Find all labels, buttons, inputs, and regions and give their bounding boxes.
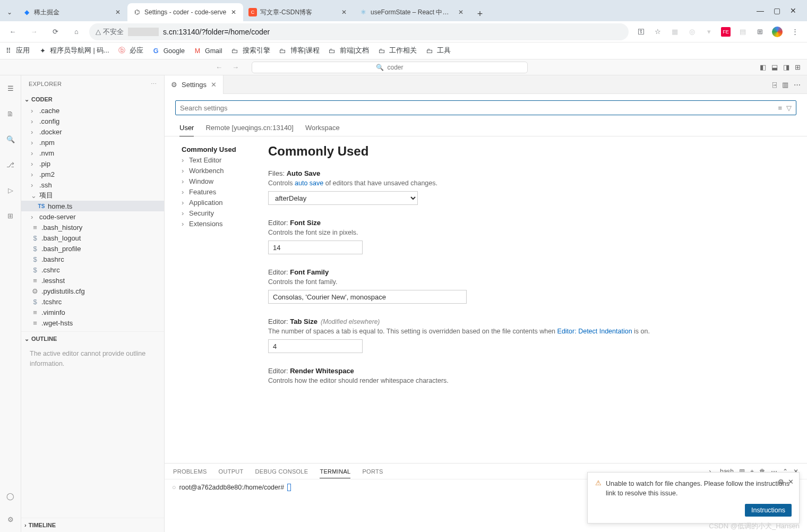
- tree-item[interactable]: ≡.bash_history: [21, 222, 164, 233]
- editor-tab-settings[interactable]: ⚙ Settings ✕: [165, 75, 224, 94]
- tree-item[interactable]: $.tcshrc: [21, 296, 164, 307]
- bookmark-folder-8[interactable]: 🗀工作相关: [377, 46, 417, 55]
- settings-search-input[interactable]: [180, 104, 778, 112]
- bookmark-google[interactable]: GGoogle: [152, 47, 185, 55]
- nav-forward-icon[interactable]: →: [229, 62, 242, 72]
- browser-tab-2[interactable]: C 写文章-CSDN博客 ✕: [243, 3, 354, 21]
- clear-search-icon[interactable]: ≡: [778, 104, 782, 112]
- toc-item[interactable]: ›Security: [182, 208, 253, 218]
- home-button[interactable]: ⌂: [68, 23, 85, 40]
- settings-search-box[interactable]: ≡ ▽: [175, 100, 796, 115]
- back-button[interactable]: ←: [4, 23, 21, 40]
- tree-item[interactable]: $.bash_logout: [21, 233, 164, 243]
- panel-tab-debug[interactable]: DEBUG CONSOLE: [255, 468, 308, 475]
- tree-item[interactable]: ›.ssh: [21, 179, 164, 190]
- tree-item[interactable]: ›.config: [21, 116, 164, 126]
- bookmark-folder-7[interactable]: 🗀前端|文档: [328, 46, 369, 55]
- toc-item[interactable]: ›Features: [182, 186, 253, 197]
- command-center[interactable]: 🔍 coder: [252, 62, 528, 73]
- bookmark-folder-6[interactable]: 🗀博客|课程: [279, 46, 320, 55]
- maximize-button[interactable]: ▢: [774, 6, 780, 15]
- layout-sidebar-right-icon[interactable]: ◨: [783, 63, 789, 71]
- instructions-button[interactable]: Instructions: [745, 504, 792, 517]
- ext-icon-1[interactable]: ▦: [670, 27, 680, 37]
- toc-item[interactable]: ›Text Editor: [182, 155, 253, 165]
- close-icon[interactable]: ✕: [114, 8, 122, 16]
- timeline-header[interactable]: ›TIMELINE: [21, 519, 164, 531]
- workspace-header[interactable]: ⌄CODER: [21, 93, 164, 105]
- panel-tab-problems[interactable]: PROBLEMS: [173, 468, 207, 475]
- tree-item[interactable]: ≡.viminfo: [21, 307, 164, 318]
- close-icon[interactable]: ✕: [340, 8, 348, 16]
- tree-item[interactable]: $.bash_profile: [21, 243, 164, 254]
- autosave-select[interactable]: afterDelay: [268, 191, 418, 205]
- password-icon[interactable]: ⚿: [636, 27, 646, 37]
- new-tab-button[interactable]: +: [473, 6, 487, 21]
- ext-icon-3[interactable]: ▾: [704, 27, 714, 37]
- tree-item[interactable]: ›.docker: [21, 126, 164, 137]
- tree-item[interactable]: ≡.wget-hsts: [21, 318, 164, 328]
- tree-item[interactable]: TShome.ts: [21, 201, 164, 211]
- tree-item[interactable]: $.cshrc: [21, 264, 164, 275]
- reload-button[interactable]: ⟳: [47, 23, 64, 40]
- tree-item[interactable]: ›.pip: [21, 158, 164, 169]
- settings-gear-icon[interactable]: ⚙: [4, 513, 17, 526]
- tree-item[interactable]: ⚙.pydistutils.cfg: [21, 286, 164, 296]
- panel-tab-ports[interactable]: PORTS: [362, 468, 383, 475]
- bookmark-folder-5[interactable]: 🗀搜索引擎: [231, 46, 270, 55]
- autosave-link[interactable]: auto save: [295, 179, 323, 187]
- close-icon[interactable]: ✕: [788, 478, 794, 486]
- scope-tab-user[interactable]: User: [179, 121, 194, 136]
- split-editor-icon[interactable]: ▥: [782, 81, 788, 89]
- star-icon[interactable]: ☆: [653, 27, 663, 37]
- close-icon[interactable]: ✕: [457, 8, 465, 16]
- open-settings-json-icon[interactable]: ⍈: [772, 81, 777, 89]
- account-icon[interactable]: ◯: [4, 490, 17, 502]
- extensions-icon[interactable]: ⊞: [4, 209, 17, 222]
- fontfamily-input[interactable]: [268, 290, 467, 304]
- close-icon[interactable]: ✕: [229, 8, 238, 16]
- close-icon[interactable]: ✕: [211, 81, 217, 89]
- scope-tab-remote[interactable]: Remote [yueqings.cn:13140]: [205, 121, 294, 136]
- explorer-more-icon[interactable]: ⋯: [151, 81, 157, 88]
- tree-item[interactable]: ›.nvm: [21, 148, 164, 158]
- panel-tab-output[interactable]: OUTPUT: [219, 468, 244, 475]
- bookmark-1[interactable]: ✦程序员导航网 | 码...: [38, 46, 109, 55]
- toc-item[interactable]: ›Extensions: [182, 218, 253, 229]
- toc-item[interactable]: ›Workbench: [182, 165, 253, 176]
- bookmark-apps[interactable]: ⠿应用: [4, 46, 30, 55]
- forward-button[interactable]: →: [25, 23, 42, 40]
- layout-custom-icon[interactable]: ⊞: [795, 63, 801, 71]
- bookmark-gmail[interactable]: MGmail: [193, 47, 222, 55]
- browser-menu[interactable]: ⋮: [790, 27, 800, 37]
- extensions-button[interactable]: ⊞: [755, 27, 765, 37]
- toc-item[interactable]: Commonly Used: [182, 144, 253, 155]
- tree-item[interactable]: ›.pm2: [21, 169, 164, 179]
- menu-icon[interactable]: ☰: [4, 82, 17, 95]
- layout-sidebar-left-icon[interactable]: ◧: [760, 63, 766, 71]
- minimize-button[interactable]: —: [757, 6, 764, 15]
- fontsize-input[interactable]: [268, 241, 363, 254]
- browser-tab-1[interactable]: ⌬ Settings - coder - code-serve ✕: [127, 3, 243, 21]
- ext-icon-4[interactable]: FE: [721, 27, 731, 37]
- dropdown-tab-menu[interactable]: ⌄: [2, 3, 17, 21]
- tree-item[interactable]: ⌄项目: [21, 190, 164, 201]
- browser-tab-3[interactable]: ⚛ useFormState – React 中文文 ✕: [354, 3, 470, 21]
- filter-icon[interactable]: ▽: [786, 104, 792, 112]
- tree-item[interactable]: ›.cache: [21, 105, 164, 116]
- search-icon[interactable]: 🔍: [4, 133, 17, 145]
- toc-item[interactable]: ›Application: [182, 197, 253, 208]
- nav-back-icon[interactable]: ←: [212, 62, 226, 72]
- bookmark-bing[interactable]: ⓑ必应: [118, 46, 143, 55]
- detect-indent-link[interactable]: Editor: Detect Indentation: [557, 328, 632, 335]
- ext-icon-5[interactable]: ▤: [738, 27, 748, 37]
- panel-tab-terminal[interactable]: TERMINAL: [320, 468, 350, 478]
- outline-header[interactable]: ⌄OUTLINE: [21, 333, 164, 345]
- tabsize-input[interactable]: [268, 339, 363, 353]
- source-control-icon[interactable]: ⎇: [4, 158, 17, 171]
- scope-tab-workspace[interactable]: Workspace: [305, 121, 340, 136]
- tree-item[interactable]: $.bashrc: [21, 254, 164, 264]
- profile-avatar[interactable]: [772, 27, 783, 37]
- address-bar[interactable]: △ 不安全 xx s.cn:13140/?folder=/home/coder: [89, 23, 629, 40]
- explorer-icon[interactable]: 🗎: [4, 107, 17, 120]
